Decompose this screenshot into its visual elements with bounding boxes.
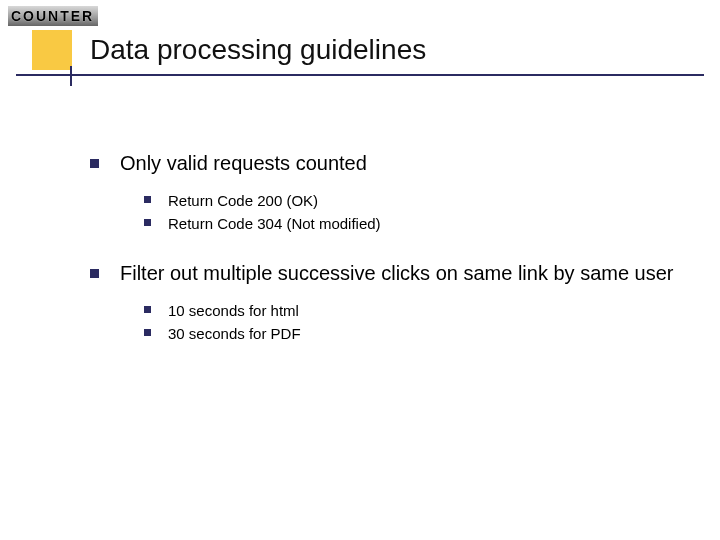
bullet-1-text: Only valid requests counted bbox=[120, 152, 367, 174]
logo: COUNTER bbox=[8, 6, 98, 26]
bullet-1-sub-2: Return Code 304 (Not modified) bbox=[144, 212, 690, 235]
title-rule bbox=[16, 74, 704, 76]
bullet-2-sub-1: 10 seconds for html bbox=[144, 299, 690, 322]
bullet-1: Only valid requests counted Return Code … bbox=[90, 150, 690, 236]
slide-content: Only valid requests counted Return Code … bbox=[90, 150, 690, 369]
bullet-2-sub-2: 30 seconds for PDF bbox=[144, 322, 690, 345]
decoration-square bbox=[32, 30, 72, 70]
bullet-1-sub-1: Return Code 200 (OK) bbox=[144, 189, 690, 212]
bullet-2: Filter out multiple successive clicks on… bbox=[90, 260, 690, 346]
bullet-2-text: Filter out multiple successive clicks on… bbox=[120, 262, 674, 284]
slide-title: Data processing guidelines bbox=[90, 34, 426, 66]
title-rule-tick bbox=[70, 66, 72, 86]
